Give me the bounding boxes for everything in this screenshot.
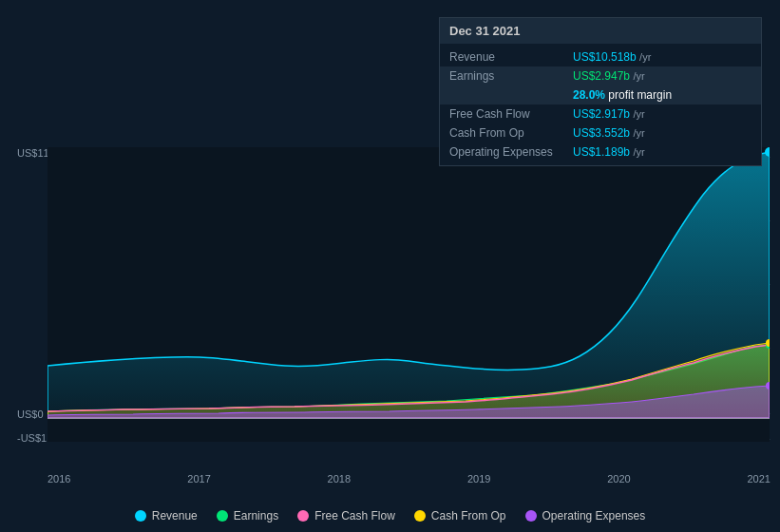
legend-dot-earnings: [217, 510, 228, 522]
tooltip-label-fcf: Free Cash Flow: [449, 107, 573, 121]
tooltip-value-profit-margin: 28.0% profit margin: [573, 88, 751, 102]
tooltip-row-fcf: Free Cash Flow US$2.917b /yr: [440, 104, 761, 124]
tooltip-label-cashfromop: Cash From Op: [449, 126, 573, 140]
chart-legend: Revenue Earnings Free Cash Flow Cash Fro…: [0, 509, 780, 522]
x-axis: 2016 2017 2018 2019 2020 2021: [48, 467, 770, 484]
legend-label-earnings: Earnings: [234, 509, 278, 522]
x-label-2019: 2019: [467, 473, 490, 484]
tooltip-value-earnings: US$2.947b /yr: [573, 69, 751, 83]
y-axis-zero-label: US$0: [17, 408, 44, 420]
x-label-2020: 2020: [607, 473, 630, 484]
chart-container: Dec 31 2021 Revenue US$10.518b /yr Earni…: [0, 0, 780, 532]
tooltip-row-profit-margin: 28.0% profit margin: [440, 86, 761, 104]
legend-label-fcf: Free Cash Flow: [314, 509, 395, 522]
legend-label-opex: Operating Expenses: [542, 509, 646, 522]
tooltip-value-fcf: US$2.917b /yr: [573, 107, 751, 121]
tooltip-body: Revenue US$10.518b /yr Earnings US$2.947…: [440, 44, 761, 165]
x-label-2021: 2021: [747, 473, 770, 484]
legend-item-revenue[interactable]: Revenue: [135, 509, 198, 522]
tooltip-label-earnings: Earnings: [449, 69, 573, 83]
legend-dot-fcf: [297, 510, 309, 522]
tooltip-value-opex: US$1.189b /yr: [573, 145, 751, 159]
legend-label-revenue: Revenue: [152, 509, 198, 522]
x-label-2017: 2017: [187, 473, 210, 484]
tooltip-row-opex: Operating Expenses US$1.189b /yr: [440, 142, 761, 162]
tooltip-value-cashfromop: US$3.552b /yr: [573, 126, 751, 140]
legend-item-opex[interactable]: Operating Expenses: [525, 509, 646, 522]
tooltip-row-cashfromop: Cash From Op US$3.552b /yr: [440, 124, 761, 142]
legend-item-cashfromop[interactable]: Cash From Op: [414, 509, 506, 522]
tooltip-date: Dec 31 2021: [440, 18, 761, 44]
tooltip-label-revenue: Revenue: [449, 50, 573, 64]
legend-dot-revenue: [135, 510, 146, 522]
tooltip-row-earnings: Earnings US$2.947b /yr: [440, 66, 761, 86]
tooltip-row-revenue: Revenue US$10.518b /yr: [440, 48, 761, 66]
legend-label-cashfromop: Cash From Op: [431, 509, 506, 522]
x-label-2018: 2018: [328, 473, 351, 484]
tooltip: Dec 31 2021 Revenue US$10.518b /yr Earni…: [439, 17, 762, 166]
legend-dot-opex: [525, 510, 537, 522]
legend-item-earnings[interactable]: Earnings: [217, 509, 278, 522]
legend-dot-cashfromop: [414, 510, 426, 522]
legend-item-fcf[interactable]: Free Cash Flow: [297, 509, 395, 522]
tooltip-label-opex: Operating Expenses: [449, 145, 573, 159]
tooltip-value-revenue: US$10.518b /yr: [573, 50, 751, 64]
x-label-2016: 2016: [48, 473, 70, 484]
chart-svg: [48, 147, 770, 442]
